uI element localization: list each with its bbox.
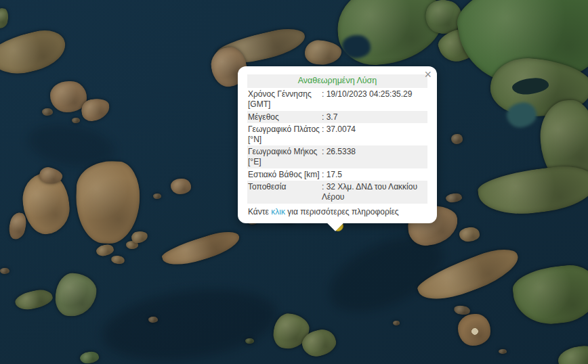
table-row: Τοποθεσία : 32 Χλμ. ΔΝΔ του Λακκίου Λέρο…	[247, 181, 427, 203]
table-row: Μέγεθος : 3.7	[247, 111, 427, 124]
island	[445, 192, 463, 203]
table-row: Γεωγραφικό Μήκος [°E] : 26.5338	[247, 145, 427, 168]
earthquake-info-popup: × Αναθεωρημένη Λύση Χρόνος Γέννησης [GMT…	[238, 66, 437, 223]
island	[54, 272, 98, 319]
island	[14, 287, 54, 312]
island	[153, 194, 161, 199]
sea-shade	[98, 279, 281, 364]
row-label: Γεωγραφικό Μήκος [°E]	[247, 145, 321, 168]
island	[42, 108, 53, 116]
map-canvas[interactable]: × Αναθεωρημένη Λύση Χρόνος Γέννησης [GMT…	[0, 0, 588, 364]
island	[0, 268, 9, 274]
island	[393, 321, 400, 325]
island	[245, 338, 254, 344]
footer-text: για περισσότερες πληροφορίες	[285, 207, 399, 217]
peninsula	[476, 162, 588, 220]
table-row: Χρόνος Γέννησης [GMT] : 19/10/2023 04:25…	[247, 88, 427, 110]
island	[79, 350, 100, 364]
island	[171, 179, 191, 194]
footer-text: Κάντε	[248, 207, 271, 217]
more-info-link[interactable]: κλικ	[271, 207, 285, 217]
island	[453, 304, 471, 315]
island	[511, 263, 588, 328]
row-label: Χρόνος Γέννησης [GMT]	[247, 88, 321, 110]
island	[458, 314, 490, 346]
popup-title: Αναθεωρημένη Λύση	[247, 74, 427, 88]
table-row: Εστιακό Βάθος [km] : 17.5	[247, 168, 427, 181]
island	[75, 160, 141, 244]
row-value: : 32 Χλμ. ΔΝΔ του Λακκίου Λέρου	[321, 181, 427, 203]
island	[0, 7, 9, 29]
bay	[342, 35, 371, 58]
table-row: Γεωγραφικό Πλάτος [°N] : 37.0074	[247, 123, 427, 145]
row-value: : 17.5	[321, 168, 427, 181]
island	[499, 349, 507, 354]
row-label: Γεωγραφικό Πλάτος [°N]	[247, 123, 321, 145]
island	[459, 227, 480, 243]
popup-footer: Κάντε κλικ για περισσότερες πληροφορίες	[247, 206, 427, 218]
island	[131, 231, 148, 244]
island	[148, 317, 158, 323]
close-icon[interactable]: ×	[424, 68, 432, 81]
island	[96, 243, 115, 257]
island	[0, 25, 70, 80]
mainland-coast	[557, 344, 588, 364]
row-label: Τοποθεσία	[247, 181, 321, 203]
row-value: : 37.0074	[321, 123, 427, 145]
row-label: Μέγεθος	[247, 111, 321, 124]
row-value: : 26.5338	[321, 145, 427, 168]
row-value: : 3.7	[321, 111, 427, 124]
island	[451, 134, 463, 144]
row-value: : 19/10/2023 04:25:35.29	[321, 88, 427, 110]
island	[303, 39, 342, 66]
island	[72, 118, 80, 123]
island	[110, 255, 125, 265]
island	[160, 227, 243, 271]
row-label: Εστιακό Βάθος [km]	[247, 168, 321, 181]
